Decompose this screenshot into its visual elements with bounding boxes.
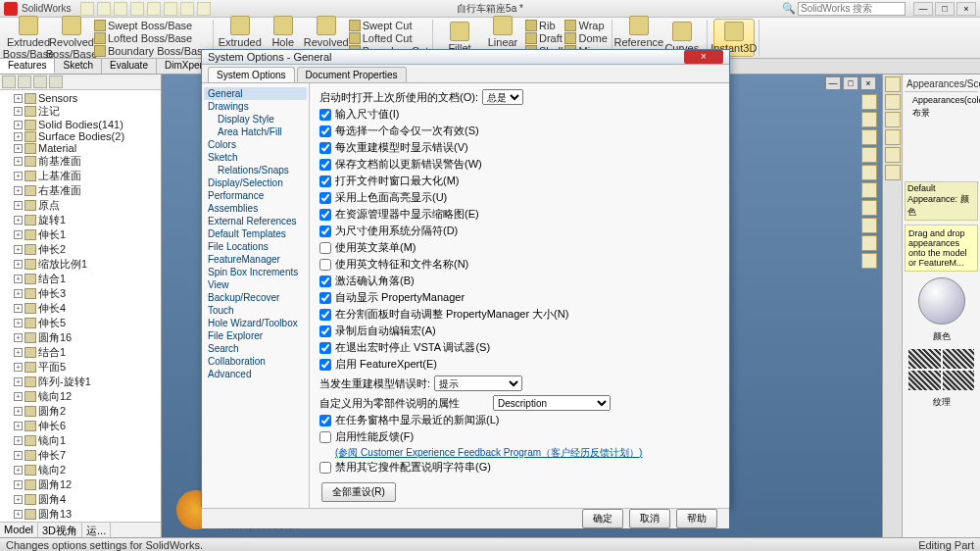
expand-icon[interactable]: +	[14, 363, 23, 372]
tree-item[interactable]: +镜向1	[2, 433, 159, 448]
option-checkbox[interactable]	[319, 125, 331, 137]
hide-show-icon[interactable]	[861, 200, 877, 216]
option-checkbox[interactable]	[319, 415, 331, 426]
tab-features[interactable]: Features	[0, 59, 55, 74]
tree-item[interactable]: +平面5	[2, 360, 159, 375]
tab-system-options[interactable]: System Options	[208, 67, 295, 82]
tp-file-explorer-icon[interactable]	[885, 112, 901, 127]
expand-icon[interactable]: +	[14, 275, 23, 283]
swept-cut-button[interactable]: Swept Cut	[349, 20, 428, 31]
option-checkbox[interactable]	[319, 359, 331, 371]
tree-item[interactable]: +注记	[2, 104, 159, 119]
expand-icon[interactable]: +	[14, 245, 23, 254]
tp-texture-thumb[interactable]	[943, 349, 975, 369]
tree-item[interactable]: +伸长5	[2, 316, 159, 330]
scene-icon[interactable]	[861, 235, 877, 251]
custom-prop-select[interactable]: Description	[493, 395, 611, 411]
option-checkbox[interactable]	[319, 209, 331, 221]
option-checkbox[interactable]	[319, 462, 331, 474]
open-last-select[interactable]: 总是	[482, 89, 523, 105]
expand-icon[interactable]: +	[14, 348, 23, 357]
maximize-button[interactable]: □	[935, 2, 955, 16]
expand-icon[interactable]: +	[14, 495, 23, 504]
view-tab-model[interactable]: Model	[0, 523, 38, 537]
tree-item[interactable]: +伸长3	[2, 286, 159, 301]
nav-item[interactable]: Area Hatch/Fill	[204, 125, 307, 138]
option-checkbox[interactable]	[319, 192, 331, 204]
nav-item[interactable]: Advanced	[204, 368, 307, 380]
doc-max-button[interactable]: □	[843, 76, 858, 90]
option-checkbox[interactable]	[319, 259, 331, 271]
expand-icon[interactable]: +	[14, 422, 23, 430]
expand-icon[interactable]: +	[14, 186, 23, 195]
expand-icon[interactable]: +	[14, 94, 23, 103]
expand-icon[interactable]: +	[14, 333, 23, 342]
expand-icon[interactable]: +	[14, 392, 23, 401]
option-checkbox[interactable]	[319, 431, 331, 443]
zoom-area-icon[interactable]	[861, 112, 877, 127]
tree-item[interactable]: +圆角13	[2, 507, 159, 522]
open-icon[interactable]	[97, 2, 111, 16]
nav-item[interactable]: Hole Wizard/Toolbox	[204, 317, 307, 329]
nav-item[interactable]: Backup/Recover	[204, 291, 307, 304]
dialog-nav-tree[interactable]: GeneralDrawingsDisplay StyleArea Hatch/F…	[202, 83, 310, 508]
expand-icon[interactable]: +	[14, 216, 23, 225]
search-input[interactable]	[798, 2, 906, 16]
tab-document-properties[interactable]: Document Properties	[297, 67, 407, 82]
tp-node-appearances[interactable]: Appearances(color)	[906, 94, 976, 106]
tree-item[interactable]: +镜向12	[2, 389, 159, 404]
tree-item[interactable]: +伸长1	[2, 227, 159, 242]
nav-item[interactable]: Collaboration	[204, 355, 307, 368]
tree-item[interactable]: +缩放比例1	[2, 257, 159, 272]
minimize-button[interactable]: —	[913, 2, 933, 16]
appearance-icon[interactable]	[861, 218, 877, 233]
tree-item[interactable]: +右基准面	[2, 183, 159, 198]
nav-item[interactable]: File Explorer	[204, 329, 307, 342]
nav-item[interactable]: Default Templates	[204, 227, 307, 240]
tree-item[interactable]: +上基准面	[2, 169, 159, 183]
tree-item[interactable]: +Sensors	[2, 92, 159, 104]
view-tab-3dview[interactable]: 3D视角	[38, 523, 82, 537]
nav-item[interactable]: Spin Box Increments	[204, 266, 307, 278]
tree-item[interactable]: +前基准面	[2, 154, 159, 169]
expand-icon[interactable]: +	[14, 144, 23, 153]
extruded-boss-button[interactable]: Extruded Boss/Base	[8, 16, 49, 60]
revolved-boss-button[interactable]: Revolved Boss/Base	[51, 16, 92, 60]
swept-boss-button[interactable]: Swept Boss/Base	[94, 20, 209, 31]
option-checkbox[interactable]	[319, 142, 331, 154]
prev-view-icon[interactable]	[861, 129, 877, 145]
nav-item[interactable]: FeatureManager	[204, 253, 307, 266]
draft-button[interactable]: Draft	[525, 32, 563, 44]
tree-item[interactable]: +圆角16	[2, 330, 159, 345]
tree-item[interactable]: +伸长2	[2, 242, 159, 257]
expand-icon[interactable]: +	[14, 451, 23, 460]
nav-item[interactable]: Assemblies	[204, 202, 307, 215]
ok-button[interactable]: 确定	[582, 509, 623, 528]
feature-tree[interactable]: +Sensors+注记+Solid Bodies(141)+Surface Bo…	[0, 90, 161, 522]
tp-texture-thumb[interactable]	[908, 371, 941, 390]
options-icon[interactable]	[180, 2, 194, 16]
expand-icon[interactable]: +	[14, 260, 23, 269]
tree-item[interactable]: +Surface Bodies(2)	[2, 130, 159, 142]
expand-icon[interactable]: +	[14, 466, 23, 475]
expand-icon[interactable]: +	[14, 157, 23, 166]
boundary-boss-button[interactable]: Boundary Boss/Base	[94, 45, 209, 57]
option-checkbox[interactable]	[319, 342, 331, 354]
expand-icon[interactable]: +	[14, 289, 23, 298]
wrap-button[interactable]: Wrap	[564, 20, 607, 31]
rib-button[interactable]: Rib	[525, 20, 563, 31]
display-style-icon[interactable]	[861, 182, 877, 198]
option-checkbox[interactable]	[319, 159, 331, 171]
nav-item[interactable]: Display Style	[204, 113, 307, 125]
tp-texture-thumb[interactable]	[943, 371, 975, 390]
redo-icon[interactable]	[164, 2, 177, 16]
expand-icon[interactable]: +	[14, 230, 23, 239]
print-icon[interactable]	[130, 2, 144, 16]
option-checkbox[interactable]	[319, 326, 331, 337]
dialog-close-button[interactable]: ×	[684, 50, 723, 64]
nav-item[interactable]: External References	[204, 215, 307, 227]
tab-evaluate[interactable]: Evaluate	[102, 59, 157, 74]
option-checkbox[interactable]	[319, 276, 331, 287]
section-view-icon[interactable]	[861, 147, 877, 163]
tree-item[interactable]: +原点	[2, 198, 159, 213]
